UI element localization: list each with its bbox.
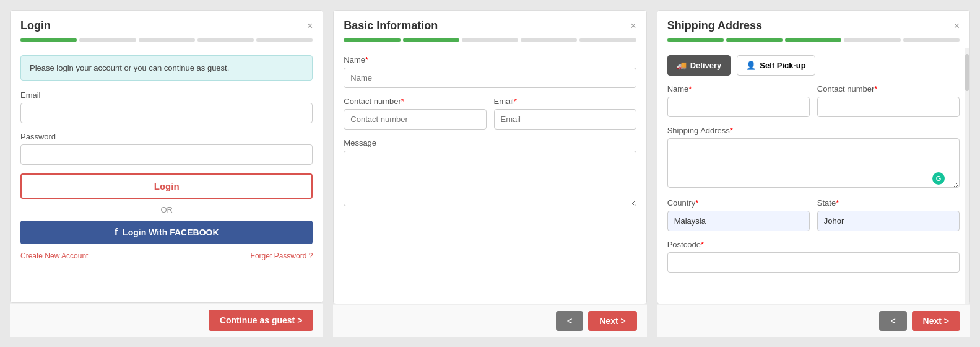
shipping-contact-label: Contact number* bbox=[817, 84, 960, 94]
delivery-btn-label: Delivery bbox=[690, 61, 722, 70]
shipping-title: Shipping Address bbox=[667, 19, 762, 32]
bi-progress-5 bbox=[579, 38, 636, 42]
person-icon: 👤 bbox=[746, 61, 756, 70]
login-links-row: Create New Account Forget Password ? bbox=[20, 252, 313, 260]
basic-info-footer: < Next > bbox=[333, 304, 646, 337]
contact-label: Contact number* bbox=[344, 97, 486, 106]
create-account-link[interactable]: Create New Account bbox=[20, 252, 88, 260]
country-state-row: Country* Malaysia State* Johor bbox=[667, 198, 960, 240]
bi-progress-2 bbox=[403, 38, 459, 42]
login-panel-footer: Continue as guest > bbox=[10, 303, 323, 337]
login-progress-bar bbox=[11, 38, 323, 48]
delivery-button[interactable]: 🚚 Delivery bbox=[667, 55, 731, 76]
password-field-group: Password bbox=[20, 132, 313, 165]
country-group: Country* Malaysia bbox=[667, 198, 810, 231]
state-select[interactable]: Johor bbox=[817, 211, 960, 231]
shipping-address-textarea-wrapper: G bbox=[667, 138, 960, 190]
contact-input[interactable] bbox=[344, 109, 486, 130]
basic-info-title: Basic Information bbox=[344, 19, 438, 32]
login-info-box: Please login your account or you can con… bbox=[20, 55, 313, 81]
login-close-icon[interactable]: × bbox=[307, 20, 313, 32]
shipping-footer: < Next > bbox=[657, 304, 970, 337]
email-input[interactable] bbox=[20, 103, 313, 123]
progress-seg-5 bbox=[256, 38, 313, 42]
shipping-next-button[interactable]: Next > bbox=[912, 311, 960, 331]
message-textarea[interactable] bbox=[344, 151, 636, 206]
basic-info-close-icon[interactable]: × bbox=[630, 20, 636, 32]
progress-seg-1 bbox=[20, 38, 77, 42]
basic-info-panel: Basic Information × Name* Contact number… bbox=[333, 10, 646, 304]
sh-progress-4 bbox=[844, 38, 900, 42]
name-field-group: Name* bbox=[344, 55, 636, 88]
facebook-login-button[interactable]: f Login With FACEBOOK bbox=[20, 221, 313, 244]
password-label: Password bbox=[20, 132, 313, 141]
shipping-panel-wrapper: Shipping Address × 🚚 Delivery 👤 Self Pic… bbox=[657, 10, 970, 337]
email-label: Email bbox=[20, 90, 313, 100]
shipping-contact-input[interactable] bbox=[817, 97, 960, 117]
basic-info-header: Basic Information × bbox=[334, 11, 646, 38]
contact-field-group: Contact number* bbox=[344, 97, 486, 130]
state-group: State* Johor bbox=[817, 198, 960, 231]
state-label: State* bbox=[817, 198, 960, 208]
shipping-name-input[interactable] bbox=[667, 97, 810, 117]
grammarly-icon: G bbox=[932, 172, 945, 185]
sh-progress-2 bbox=[726, 38, 783, 42]
name-input[interactable] bbox=[344, 68, 636, 88]
truck-icon: 🚚 bbox=[677, 61, 687, 70]
forget-password-link[interactable]: Forget Password ? bbox=[251, 252, 313, 260]
self-pickup-button[interactable]: 👤 Self Pick-up bbox=[737, 55, 815, 76]
scrollbar-thumb[interactable] bbox=[965, 54, 969, 91]
basic-info-content: Name* Contact number* Email* bbox=[334, 48, 646, 304]
message-field-group: Message bbox=[344, 138, 636, 208]
postcode-group: Postcode* bbox=[667, 240, 960, 273]
message-textarea-wrapper bbox=[344, 151, 636, 208]
country-label: Country* bbox=[667, 198, 810, 208]
login-title: Login bbox=[20, 19, 51, 32]
message-label: Message bbox=[344, 138, 636, 147]
shipping-address-group: Shipping Address* G bbox=[667, 126, 960, 190]
login-button[interactable]: Login bbox=[20, 174, 313, 199]
or-divider: OR bbox=[20, 205, 313, 214]
progress-seg-3 bbox=[139, 38, 195, 42]
login-panel-wrapper: Login × Please login your account or you… bbox=[10, 10, 323, 337]
shipping-panel: Shipping Address × 🚚 Delivery 👤 Self Pic… bbox=[657, 10, 970, 304]
facebook-icon: f bbox=[115, 227, 118, 238]
basic-info-panel-wrapper: Basic Information × Name* Contact number… bbox=[333, 10, 646, 337]
postcode-input[interactable] bbox=[667, 252, 960, 273]
shipping-name-contact-row: Name* Contact number* bbox=[667, 84, 960, 126]
shipping-close-icon[interactable]: × bbox=[954, 20, 960, 32]
login-panel-header: Login × bbox=[11, 11, 323, 38]
sh-progress-5 bbox=[903, 38, 960, 42]
shipping-header: Shipping Address × bbox=[657, 11, 969, 38]
sh-progress-3 bbox=[785, 38, 841, 42]
name-label: Name* bbox=[344, 55, 636, 64]
bi-progress-3 bbox=[462, 38, 518, 42]
progress-seg-2 bbox=[79, 38, 136, 42]
shipping-prev-button[interactable]: < bbox=[879, 311, 906, 331]
login-panel-content: Please login your account or you can con… bbox=[11, 48, 323, 302]
shipping-address-textarea[interactable] bbox=[667, 138, 960, 188]
email-field-group: Email bbox=[20, 90, 313, 123]
country-select[interactable]: Malaysia bbox=[667, 211, 810, 231]
bi-email-input[interactable] bbox=[494, 109, 636, 130]
basic-info-progress-bar bbox=[334, 38, 646, 48]
bi-email-label: Email* bbox=[494, 97, 636, 106]
basic-info-next-button[interactable]: Next > bbox=[588, 311, 636, 331]
progress-seg-4 bbox=[197, 38, 254, 42]
shipping-address-label: Shipping Address* bbox=[667, 126, 960, 135]
continue-as-guest-button[interactable]: Continue as guest > bbox=[209, 310, 313, 331]
bi-email-field-group: Email* bbox=[494, 97, 636, 130]
shipping-progress-bar bbox=[657, 38, 969, 48]
contact-email-row: Contact number* Email* bbox=[344, 97, 636, 138]
bi-progress-4 bbox=[521, 38, 577, 42]
shipping-name-label: Name* bbox=[667, 84, 810, 94]
scrollbar-track bbox=[965, 48, 969, 304]
sh-progress-1 bbox=[667, 38, 724, 42]
delivery-toggle-row: 🚚 Delivery 👤 Self Pick-up bbox=[667, 55, 960, 76]
bi-progress-1 bbox=[344, 38, 400, 42]
login-panel: Login × Please login your account or you… bbox=[10, 10, 323, 303]
self-pickup-label: Self Pick-up bbox=[760, 61, 805, 70]
basic-info-prev-button[interactable]: < bbox=[556, 311, 583, 331]
password-input[interactable] bbox=[20, 144, 313, 165]
shipping-contact-group: Contact number* bbox=[817, 84, 960, 117]
